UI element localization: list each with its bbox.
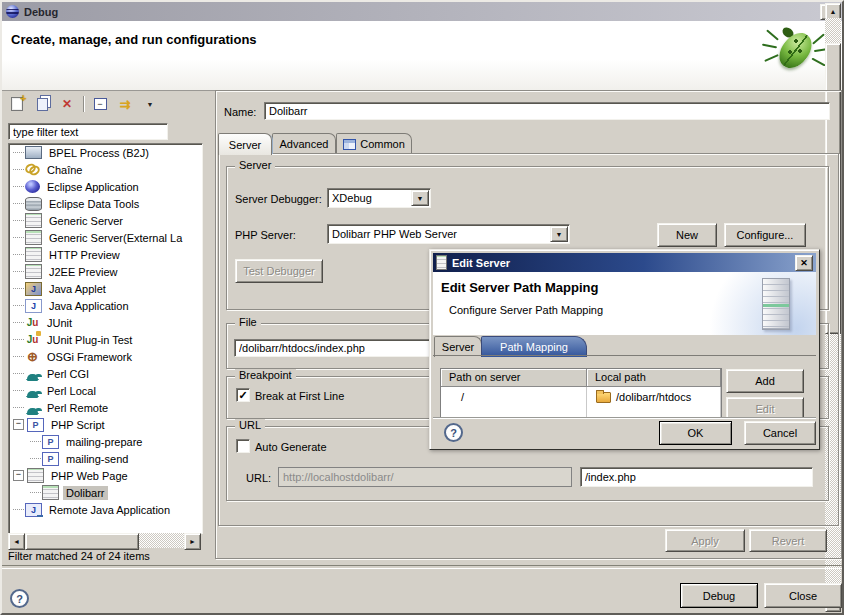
junit-icon: Ju — [25, 315, 40, 330]
table-row[interactable]: //dolibarr/htdocs — [441, 387, 721, 405]
auto-generate-label: Auto Generate — [255, 441, 327, 453]
tree-item[interactable]: Pmailing-send — [9, 450, 202, 467]
tree-item[interactable]: Perl CGI — [9, 365, 202, 382]
break-first-line-checkbox[interactable]: ✓ — [236, 388, 250, 402]
add-mapping-button[interactable]: Add — [726, 369, 804, 393]
tree-item[interactable]: HTTP Preview — [9, 246, 202, 263]
tree-item[interactable]: −PHP Web Page — [9, 467, 202, 484]
dialog-subheading: Configure Server Path Mapping — [449, 304, 603, 316]
tree-item[interactable]: Pmailing-prepare — [9, 433, 202, 450]
break-first-line-label: Break at First Line — [255, 390, 344, 402]
column-header[interactable]: Path on server — [441, 369, 587, 387]
perl-camel-icon — [25, 366, 40, 381]
tree-item[interactable]: JJava Application — [9, 297, 202, 314]
tab-common[interactable]: Common — [336, 133, 412, 154]
tree-item[interactable]: Chaîne — [9, 161, 202, 178]
url-path-input[interactable] — [580, 467, 813, 487]
tree-horizontal-scrollbar[interactable]: ◄ ► — [8, 533, 201, 548]
tree-connector — [13, 322, 24, 323]
dialog-tab-divider — [433, 355, 816, 356]
toolbar-menu-arrow-icon[interactable]: ▼ — [141, 95, 159, 113]
tree-item[interactable]: Eclipse Application — [9, 178, 202, 195]
breakpoint-group-title: Breakpoint — [235, 369, 296, 381]
tree-item[interactable]: Perl Remote — [9, 399, 202, 416]
help-icon[interactable]: ? — [10, 589, 29, 608]
chain-icon — [25, 162, 40, 177]
filter-input[interactable] — [8, 123, 168, 140]
collapse-all-icon[interactable]: − — [91, 95, 109, 113]
tree-item-label: mailing-prepare — [63, 435, 145, 449]
perl-camel-icon — [25, 383, 40, 398]
scroll-right-icon[interactable]: ► — [184, 533, 201, 550]
chevron-down-icon[interactable]: ▼ — [411, 190, 429, 206]
server-icon — [25, 264, 42, 279]
tree-item[interactable]: JuJUnit — [9, 314, 202, 331]
server-debugger-select[interactable]: XDebug ▼ — [327, 188, 431, 208]
bug-icon — [766, 24, 824, 80]
close-button[interactable]: Close — [764, 583, 842, 608]
php-web-page-icon — [42, 485, 59, 500]
tab-advanced[interactable]: Advanced — [272, 133, 336, 154]
filter-icon[interactable]: ⇉ — [116, 95, 134, 113]
tree-item-label: J2EE Preview — [46, 265, 120, 279]
tree-item-label: Dolibarr — [63, 486, 108, 500]
tree-item[interactable]: J2EE Preview — [9, 263, 202, 280]
php-server-label: PHP Server: — [235, 229, 296, 241]
eclipse-sphere-icon — [25, 180, 40, 193]
scroll-left-icon[interactable]: ◄ — [8, 533, 25, 550]
php-server-select[interactable]: Dolibarr PHP Web Server ▼ — [327, 224, 570, 244]
tree-expander-icon[interactable]: − — [13, 419, 24, 430]
new-server-button[interactable]: New — [657, 223, 717, 247]
php-web-page-icon — [27, 468, 44, 483]
chevron-down-icon[interactable]: ▼ — [550, 226, 568, 242]
osgi-framework-icon: ⊕ — [25, 349, 40, 364]
tree-item[interactable]: JJava Applet — [9, 280, 202, 297]
table-icon — [343, 139, 356, 150]
tree-connector — [13, 390, 24, 391]
delete-icon[interactable]: ✕ — [58, 95, 76, 113]
tree-item-label: Remote Java Application — [46, 503, 173, 517]
cancel-button[interactable]: Cancel — [744, 421, 816, 445]
tab-server[interactable]: Server — [218, 133, 272, 155]
tree-connector — [13, 305, 24, 306]
name-label: Name: — [224, 106, 256, 118]
tree-item[interactable]: Perl Local — [9, 382, 202, 399]
tree-item[interactable]: JuJUnit Plug-in Test — [9, 331, 202, 348]
tree-item-label: Perl CGI — [44, 367, 92, 381]
dialog-tab-path-mapping[interactable]: Path Mapping — [481, 336, 587, 357]
tree-item[interactable]: JRemote Java Application — [9, 501, 202, 518]
tree-expander-icon[interactable]: − — [13, 470, 24, 481]
base-url-input — [278, 467, 572, 487]
tree-toolbar: + ✕ − ⇉ ▼ — [8, 94, 159, 114]
remote-java-icon: J — [25, 503, 42, 517]
new-configuration-icon[interactable]: + — [8, 95, 26, 113]
debug-button[interactable]: Debug — [680, 583, 758, 608]
name-input[interactable] — [264, 102, 830, 120]
scroll-thumb[interactable] — [25, 533, 139, 550]
configure-button[interactable]: Configure... — [724, 223, 806, 247]
dialog-close-button[interactable]: ✕ — [795, 255, 813, 271]
tree-connector — [13, 373, 24, 374]
tree-connector — [13, 169, 24, 170]
duplicate-icon[interactable] — [33, 95, 51, 113]
tree-item[interactable]: ⊕OSGi Framework — [9, 348, 202, 365]
debug-window: Debug ✕ Create, manage, and run configur… — [0, 0, 844, 615]
tree-item[interactable]: −PPHP Script — [9, 416, 202, 433]
tree-item[interactable]: Dolibarr — [9, 484, 202, 501]
php-script-icon: P — [27, 418, 44, 432]
filter-status: Filter matched 24 of 24 items — [8, 550, 150, 562]
auto-generate-checkbox[interactable] — [236, 439, 250, 453]
dialog-help-icon[interactable]: ? — [444, 423, 463, 442]
column-header[interactable]: Local path — [587, 369, 721, 387]
scroll-track[interactable] — [139, 533, 184, 548]
server-tower-icon — [762, 278, 790, 330]
tree-item-label: OSGi Framework — [44, 350, 135, 364]
tree-connector — [30, 458, 41, 459]
tree-item[interactable]: Generic Server(External La — [9, 229, 202, 246]
server-icon — [25, 230, 42, 245]
tree-item[interactable]: Generic Server — [9, 212, 202, 229]
tree-item[interactable]: Eclipse Data Tools — [9, 195, 202, 212]
dialog-tab-server[interactable]: Server — [434, 336, 482, 357]
tree-item[interactable]: BPEL Process (B2J) — [9, 144, 202, 161]
ok-button[interactable]: OK — [659, 421, 732, 445]
